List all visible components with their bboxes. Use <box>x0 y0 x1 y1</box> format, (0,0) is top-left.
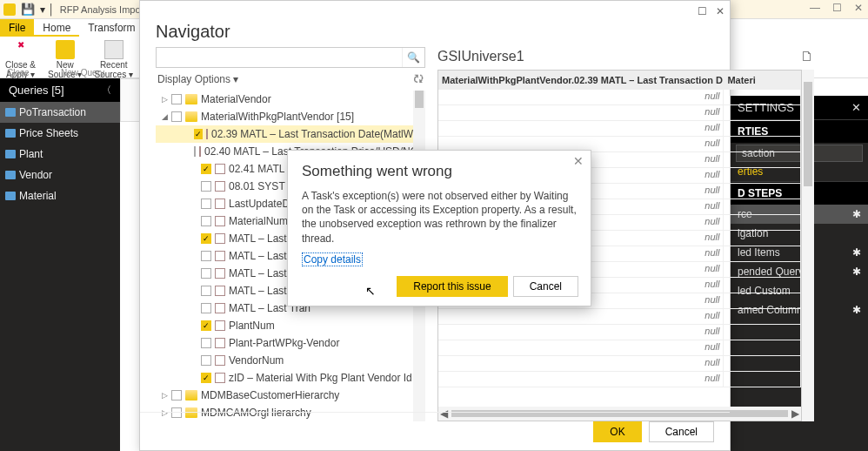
cancel-button[interactable]: Cancel <box>649 421 714 442</box>
tree-item[interactable]: ✓zID – Material With Pkg Plant Vendor Id <box>156 369 425 387</box>
search-box: 🔍 <box>156 47 425 68</box>
tree-checkbox[interactable] <box>201 251 211 261</box>
col-header-0[interactable]: MaterialWithPkgPlantVendor.02.39 MATL – … <box>438 74 724 86</box>
tree-checkbox[interactable] <box>171 390 182 401</box>
tree-checkbox[interactable] <box>201 338 211 348</box>
display-options-dropdown[interactable]: Display Options ▾ <box>157 73 238 85</box>
expand-icon[interactable]: ▷ <box>161 391 168 400</box>
tree-checkbox[interactable] <box>201 216 211 226</box>
ribbon-group-newquery: New Query <box>61 68 104 77</box>
preview-select-icon[interactable]: 🗋 <box>800 49 814 64</box>
grid-cell: null <box>438 105 724 120</box>
navigator-restore-icon[interactable]: ☐ <box>698 5 707 17</box>
grid-vscroll[interactable] <box>802 70 814 421</box>
tree-checkbox[interactable] <box>201 286 211 296</box>
grid-cell <box>724 262 801 277</box>
tree-checkbox[interactable] <box>194 146 196 157</box>
scroll-right-icon[interactable]: ▶ <box>791 407 799 420</box>
tree-checkbox[interactable] <box>171 111 182 122</box>
navigator-title: Navigator <box>140 22 730 47</box>
grid-row[interactable]: null <box>438 121 801 137</box>
tree-item[interactable]: Plant-PartWPkg-Vendor <box>156 334 425 352</box>
grid-cell <box>724 168 801 183</box>
query-item[interactable]: PoTransaction <box>0 102 120 123</box>
tree-checkbox[interactable] <box>201 199 211 209</box>
copy-details-link[interactable]: Copy details <box>302 252 363 266</box>
tree-checkbox[interactable]: ✓ <box>201 320 211 331</box>
tree-checkbox[interactable] <box>201 303 211 313</box>
grid-cell <box>724 278 801 293</box>
tree-checkbox[interactable] <box>201 355 211 366</box>
grid-cell <box>724 121 801 136</box>
search-icon[interactable]: 🔍 <box>402 48 424 67</box>
grid-row[interactable]: null <box>438 105 801 121</box>
grid-row[interactable]: null <box>438 90 801 105</box>
query-item[interactable]: Plant <box>0 144 120 165</box>
tree-item[interactable]: VendorNum <box>156 352 425 369</box>
tree-label: MaterialNum <box>229 215 288 227</box>
gear-icon[interactable]: ✱ <box>852 304 861 316</box>
grid-row[interactable]: null <box>438 340 801 356</box>
tree-checkbox[interactable] <box>171 94 182 104</box>
error-message: A Task's exception(s) were not observed … <box>302 189 577 246</box>
refresh-icon[interactable]: 🗘 <box>413 73 424 85</box>
tree-folder[interactable]: ▷MaterialVendor <box>156 91 425 108</box>
tree-label: Plant-PartWPkg-Vendor <box>229 337 339 349</box>
folder-icon <box>185 94 197 104</box>
error-close-icon[interactable]: ✕ <box>573 154 584 168</box>
grid-cell <box>724 152 801 167</box>
tree-item[interactable]: ✓02.39 MATL – Last Transaction Date(Matl… <box>156 125 425 143</box>
tree-folder[interactable]: ▷MDMBaseCustomerHierarchy <box>156 387 425 404</box>
tree-folder[interactable]: ◢MaterialWithPkgPlantVendor [15] <box>156 108 425 125</box>
title-sep: ▾ │ <box>40 3 55 16</box>
collapse-icon[interactable]: 〈 <box>102 84 111 97</box>
tree-checkbox[interactable]: ✓ <box>201 164 211 174</box>
table-icon <box>215 286 225 296</box>
tab-home[interactable]: Home <box>34 19 79 37</box>
grid-row[interactable]: null <box>438 356 801 372</box>
tree-checkbox[interactable] <box>201 181 211 192</box>
table-icon <box>215 181 225 192</box>
error-title: Something went wrong <box>302 163 577 180</box>
max-icon[interactable]: ☐ <box>832 2 842 14</box>
close-icon[interactable]: ✕ <box>854 2 863 14</box>
queries-header[interactable]: Queries [5] 〈 <box>0 78 120 102</box>
ok-button[interactable]: OK <box>593 421 641 442</box>
recent-sources-icon <box>104 40 124 59</box>
tree-checkbox[interactable]: ✓ <box>201 373 211 383</box>
grid-row[interactable]: null <box>438 325 801 340</box>
new-source-icon <box>56 40 75 59</box>
tree-checkbox[interactable] <box>201 268 211 279</box>
tab-transform[interactable]: Transform <box>79 19 144 37</box>
grid-cell <box>724 293 801 308</box>
save-icon[interactable]: 💾 <box>21 3 35 16</box>
grid-cell <box>724 105 801 120</box>
expand-icon[interactable]: ▷ <box>161 95 168 104</box>
error-dialog: ✕ Something went wrong A Task's exceptio… <box>287 150 591 306</box>
tab-file[interactable]: File <box>0 19 34 37</box>
settings-close-icon[interactable]: ✕ <box>851 101 861 114</box>
grid-row[interactable]: null <box>438 309 801 325</box>
error-cancel-button[interactable]: Cancel <box>513 276 578 297</box>
expand-icon[interactable]: ◢ <box>161 112 168 121</box>
col-header-1[interactable]: Materi <box>724 74 801 86</box>
grid-cell <box>724 231 801 246</box>
min-icon[interactable]: — <box>810 2 820 14</box>
tree-item[interactable]: ✓PlantNum <box>156 317 425 334</box>
gear-icon[interactable]: ✱ <box>852 266 861 278</box>
grid-cell <box>724 340 801 355</box>
search-input[interactable] <box>157 48 402 67</box>
tree-checkbox[interactable]: ✓ <box>194 129 203 139</box>
grid-row[interactable]: null <box>438 372 801 387</box>
query-item[interactable]: Price Sheets <box>0 123 120 144</box>
gear-icon[interactable]: ✱ <box>852 208 861 220</box>
tree-checkbox[interactable]: ✓ <box>201 233 211 244</box>
gear-icon[interactable]: ✱ <box>852 246 861 259</box>
navigator-close-icon[interactable]: ✕ <box>716 5 724 17</box>
query-item[interactable]: Material <box>0 185 120 206</box>
tree-label: zID – Material With Pkg Plant Vendor Id <box>229 372 412 384</box>
grid-cell <box>724 325 801 340</box>
app-icon <box>3 3 16 16</box>
report-issue-button[interactable]: Report this issue <box>397 276 507 297</box>
query-item[interactable]: Vendor <box>0 165 120 185</box>
